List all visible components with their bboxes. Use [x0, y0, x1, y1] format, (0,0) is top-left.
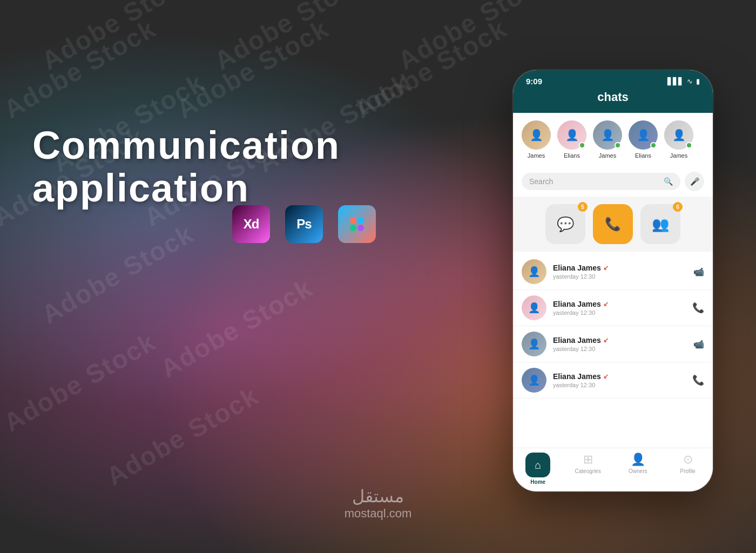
messages-badge: 5 — [578, 202, 588, 212]
story-name-4: James — [670, 152, 687, 159]
story-avatar-wrap-2: 👤 — [593, 120, 622, 150]
story-avatar-wrap-4: 👤 — [664, 120, 693, 150]
status-bar: 9:09 ▋▋▋ ∿ ▮ — [513, 70, 713, 86]
chat-name-0: Eliana James ↙ — [553, 264, 687, 272]
missed-arrow-0: ↙ — [603, 264, 609, 272]
chat-list: 👤 Eliana James ↙ yasterday 12:30 📹 👤 — [513, 252, 713, 448]
chat-name-1: Eliana James ↙ — [553, 300, 686, 308]
battery-icon: ▮ — [696, 77, 700, 85]
xd-icon: Xd — [232, 205, 270, 243]
online-indicator-2 — [615, 142, 621, 149]
story-avatar-wrap-3: 👤 — [629, 120, 658, 150]
chat-item-2[interactable]: 👤 Eliana James ↙ yasterday 12:30 📹 — [513, 326, 713, 362]
search-placeholder: Search — [529, 177, 659, 186]
status-time: 9:09 — [526, 77, 542, 86]
chat-time-2: yasterday 12:30 — [553, 346, 687, 352]
story-item-2[interactable]: 👤 James — [593, 120, 622, 159]
chat-item-3[interactable]: 👤 Eliana James ↙ yasterday 12:30 📞 — [513, 362, 713, 399]
search-bar[interactable]: Search 🔍 — [522, 173, 680, 190]
mic-icon: 🎤 — [690, 177, 699, 186]
nav-home-label: Home — [530, 479, 545, 485]
missed-arrow-2: ↙ — [603, 336, 609, 344]
app-body: 👤 James 👤 Elians — [513, 113, 713, 448]
messages-icon: 💬 — [557, 216, 574, 233]
cat-calls-btn[interactable]: 📞 — [593, 204, 633, 244]
nav-home[interactable]: ⌂ Home — [522, 453, 554, 485]
profile-icon: ⊙ — [683, 453, 693, 467]
chat-name-3: Eliana James ↙ — [553, 372, 686, 381]
chat-time-3: yasterday 12:30 — [553, 382, 686, 388]
category-row: 💬 5 📞 👥 6 — [513, 197, 713, 252]
story-name-3: Elians — [635, 152, 651, 159]
story-name-0: James — [528, 152, 545, 159]
story-item-4[interactable]: 👤 James — [664, 120, 693, 159]
chat-time-1: yasterday 12:30 — [553, 309, 686, 316]
nav-profile-label: Profile — [680, 468, 696, 474]
contacts-icon: 👥 — [652, 216, 669, 233]
nav-categories-label: Cateogries — [575, 468, 601, 474]
nav-owners-label: Owners — [629, 468, 647, 474]
bottom-nav: ⌂ Home ⊞ Cateogries 👤 Owners ⊙ Profile — [513, 448, 713, 491]
chat-avatar-0: 👤 — [522, 259, 546, 284]
search-icon: 🔍 — [664, 177, 673, 186]
mic-button[interactable]: 🎤 — [685, 172, 704, 191]
mostaql-watermark: مستقل mostaql.com — [345, 486, 412, 521]
figma-icon — [338, 205, 376, 243]
owners-icon: 👤 — [631, 453, 645, 467]
missed-arrow-1: ↙ — [603, 300, 609, 308]
nav-profile[interactable]: ⊙ Profile — [672, 453, 704, 485]
categories-icon: ⊞ — [583, 453, 593, 467]
nav-categories[interactable]: ⊞ Cateogries — [572, 453, 604, 485]
cat-contacts-btn[interactable]: 👥 6 — [640, 204, 680, 244]
video-call-icon-0: 📹 — [693, 267, 704, 277]
chat-info-3: Eliana James ↙ yasterday 12:30 — [553, 372, 686, 388]
story-item-3[interactable]: 👤 Elians — [629, 120, 658, 159]
app-header: chats — [513, 86, 713, 113]
chat-item-0[interactable]: 👤 Eliana James ↙ yasterday 12:30 📹 — [513, 254, 713, 290]
signal-icon: ▋▋▋ — [667, 77, 684, 85]
status-icons: ▋▋▋ ∿ ▮ — [667, 77, 700, 85]
online-indicator-4 — [686, 142, 692, 149]
phone-mockup: 9:09 ▋▋▋ ∿ ▮ chats 👤 James — [513, 70, 713, 491]
chat-info-1: Eliana James ↙ yasterday 12:30 — [553, 300, 686, 316]
main-title: Communication application — [32, 124, 475, 210]
chat-info-0: Eliana James ↙ yasterday 12:30 — [553, 264, 687, 280]
phone-screen: 9:09 ▋▋▋ ∿ ▮ chats 👤 James — [513, 70, 713, 491]
chat-avatar-2: 👤 — [522, 332, 546, 356]
contacts-badge: 6 — [673, 202, 683, 212]
video-call-icon-2: 📹 — [693, 339, 704, 349]
story-avatar-wrap-0: 👤 — [522, 120, 551, 150]
chat-name-2: Eliana James ↙ — [553, 336, 687, 345]
phone-call-icon-3: 📞 — [692, 374, 704, 386]
chat-item-1[interactable]: 👤 Eliana James ↙ yasterday 12:30 📞 — [513, 290, 713, 326]
story-row[interactable]: 👤 James 👤 Elians — [513, 113, 713, 166]
cat-messages-btn[interactable]: 💬 5 — [545, 204, 585, 244]
chat-avatar-3: 👤 — [522, 368, 546, 393]
online-indicator-3 — [650, 142, 657, 149]
story-item-1[interactable]: 👤 Elians — [557, 120, 586, 159]
story-name-1: Elians — [564, 152, 580, 159]
missed-arrow-3: ↙ — [603, 373, 609, 380]
phone-call-icon-1: 📞 — [692, 302, 704, 314]
chat-info-2: Eliana James ↙ yasterday 12:30 — [553, 336, 687, 352]
story-item-0[interactable]: 👤 James — [522, 120, 551, 159]
online-indicator-1 — [579, 142, 585, 149]
story-avatar-0: 👤 — [522, 120, 551, 150]
calls-icon: 📞 — [605, 217, 621, 232]
search-section: Search 🔍 🎤 — [513, 166, 713, 197]
story-name-2: James — [599, 152, 616, 159]
nav-home-bg: ⌂ — [525, 453, 550, 477]
story-avatar-wrap-1: 👤 — [557, 120, 586, 150]
home-icon: ⌂ — [535, 459, 541, 471]
wifi-icon: ∿ — [687, 77, 693, 85]
ps-icon: Ps — [285, 205, 323, 243]
nav-owners[interactable]: 👤 Owners — [622, 453, 654, 485]
app-icons-row: Xd Ps — [232, 205, 376, 243]
chat-time-0: yasterday 12:30 — [553, 273, 687, 280]
header-title: chats — [597, 90, 628, 104]
chat-avatar-1: 👤 — [522, 295, 546, 320]
